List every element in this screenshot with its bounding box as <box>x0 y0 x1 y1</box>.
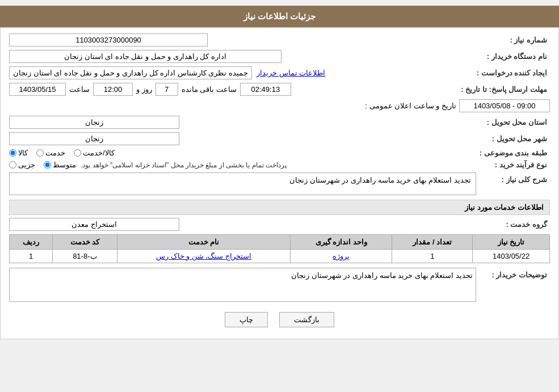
category-row: طبقه بندی موضوعی : کالا/خدمت خدمت کالا <box>9 149 550 157</box>
category-radio-goods[interactable] <box>9 149 16 157</box>
service-label: خدمت <box>45 149 65 157</box>
purchase-option-partial: جزیی <box>9 161 35 169</box>
city-label: شهر محل تحویل : <box>476 134 550 143</box>
buyer-notes-textarea[interactable] <box>9 268 476 302</box>
announce-row: 1403/05/08 - 09:00 تاریخ و ساعت اعلان عم… <box>9 99 550 112</box>
creator-label: ایجاد کننده درخواست : <box>476 69 550 77</box>
services-section-title: اطلاعات خدمات مورد نیاز <box>9 200 550 215</box>
service-name-link[interactable]: استخراج سنگ، شن و خاک رس <box>156 252 251 260</box>
purchase-radio-group: متوسط جزیی <box>9 161 76 169</box>
back-button[interactable]: بازگشت <box>279 312 334 327</box>
page-title: جزئیات اطلاعات نیاز <box>243 11 316 21</box>
medium-label: متوسط <box>53 161 76 169</box>
col-service-code: کد خدمت <box>53 235 117 250</box>
services-table: تاریخ نیاز تعداد / مقدار واحد اندازه گیر… <box>9 234 550 263</box>
page-header: جزئیات اطلاعات نیاز <box>0 6 559 27</box>
purchase-radio-medium[interactable] <box>44 161 51 168</box>
col-service-name: نام خدمت <box>117 235 291 250</box>
purchase-option-medium: متوسط <box>44 161 76 169</box>
description-value: تجدید استعلام بهای خرید ماسه راهداری در … <box>9 172 476 195</box>
description-row: شرح کلی نیاز : تجدید استعلام بهای خرید م… <box>9 172 550 195</box>
category-option-khadmat: کالا/خدمت <box>74 149 115 157</box>
category-radio-group: کالا/خدمت خدمت کالا <box>9 149 115 157</box>
announce-label: تاریخ و ساعت اعلان عمومی : <box>365 102 456 110</box>
province-label: استان محل تحویل : <box>476 118 550 127</box>
category-radio-khadmat[interactable] <box>74 149 81 157</box>
deadline-time: 12:00 <box>93 83 133 96</box>
remaining-time: 02:49:13 <box>240 83 291 96</box>
table-header-row: تاریخ نیاز تعداد / مقدار واحد اندازه گیر… <box>10 235 550 250</box>
service-group-row: گروه خدمت : استخراج معدن <box>9 218 550 231</box>
city-row: شهر محل تحویل : زنجان <box>9 132 550 145</box>
creator-row: ایجاد کننده درخواست : اطلاعات تماس خریدا… <box>9 66 550 79</box>
category-option-service: خدمت <box>36 149 65 157</box>
need-number-label: شماره نیاز : <box>476 36 550 44</box>
button-row: بازگشت چاپ <box>9 312 550 327</box>
org-name-row: نام دستگاه خریدار : اداره کل راهداری و ح… <box>9 50 550 63</box>
col-date: تاریخ نیاز <box>473 235 550 250</box>
description-label: شرح کلی نیاز : <box>476 172 550 184</box>
need-number-value: 1103003273000090 <box>9 33 208 47</box>
buyer-notes-container <box>9 268 476 304</box>
khadmat-label: کالا/خدمت <box>83 149 115 157</box>
buyer-notes-row: توضیحات خریدار : <box>9 268 550 304</box>
print-button[interactable]: چاپ <box>225 312 268 327</box>
deadline-row: مهلت ارسال پاسخ: تا تاریخ : 02:49:13 ساع… <box>9 83 550 96</box>
category-option-goods: کالا <box>9 149 28 157</box>
unit-link[interactable]: پروژه <box>333 252 350 260</box>
services-table-wrapper: تاریخ نیاز تعداد / مقدار واحد اندازه گیر… <box>9 234 550 263</box>
contact-link[interactable]: اطلاعات تماس خریدار <box>257 69 325 77</box>
province-row: استان محل تحویل : زنجان <box>9 116 550 129</box>
goods-label: کالا <box>18 149 28 157</box>
category-label: طبقه بندی موضوعی : <box>476 149 550 157</box>
col-row-num: ردیف <box>10 235 53 250</box>
deadline-label: مهلت ارسال پاسخ: تا تاریخ : <box>461 85 550 94</box>
city-value: زنجان <box>9 132 179 145</box>
purchase-radio-partial[interactable] <box>9 161 16 168</box>
category-radio-service[interactable] <box>36 149 44 157</box>
days-label: روز و <box>136 85 152 94</box>
deadline-time-label: ساعت <box>69 85 90 94</box>
deadline-date: 1403/05/15 <box>9 83 66 96</box>
creator-value: جمیده نظری کارشناس اداره کل راهداری و حم… <box>9 66 252 79</box>
service-group-value: استخراج معدن <box>9 218 179 231</box>
partial-label: جزیی <box>18 161 35 169</box>
province-value: زنجان <box>9 116 179 129</box>
org-name-label: نام دستگاه خریدار : <box>476 52 550 61</box>
need-number-row: شماره نیاز : 1103003273000090 <box>9 33 550 47</box>
col-unit: واحد اندازه گیری <box>291 235 392 250</box>
announce-value: 1403/05/08 - 09:00 <box>459 99 550 112</box>
purchase-type-row: نوع فرآیند خرید : پرداخت تمام یا بخشی از… <box>9 161 550 169</box>
table-row: 1403/05/221پروژهاستخراج سنگ، شن و خاک رس… <box>10 250 550 263</box>
purchase-type-label: نوع فرآیند خرید : <box>476 161 550 169</box>
remaining-label: ساعت باقی مانده <box>182 85 237 94</box>
buyer-notes-label: توضیحات خریدار : <box>476 268 550 279</box>
org-name-value: اداره کل راهداری و حمل و نقل جاده ای است… <box>9 50 281 63</box>
purchase-note: پرداخت تمام یا بخشی از مبلغ خریدار محل "… <box>81 161 287 169</box>
service-group-label: گروه خدمت : <box>476 220 550 229</box>
col-quantity: تعداد / مقدار <box>392 235 473 250</box>
days-value: 7 <box>155 83 178 96</box>
description-container: تجدید استعلام بهای خرید ماسه راهداری در … <box>9 172 476 195</box>
